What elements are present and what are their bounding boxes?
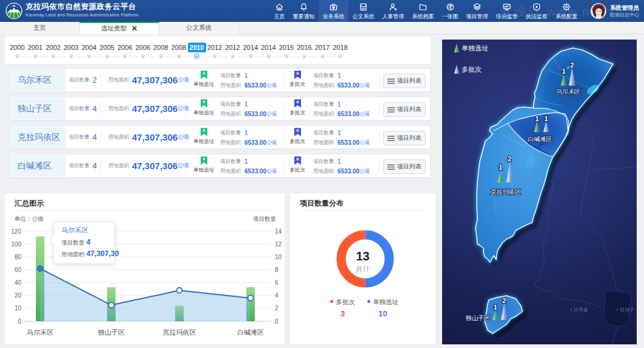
- multi-batch-stats: 项目数量1 用地面积6533.00公顷: [313, 157, 370, 176]
- divider: [379, 73, 379, 87]
- nav-item-globe[interactable]: 一张图: [438, 0, 462, 22]
- right-axis-tick: 8: [275, 266, 279, 273]
- green-ribbon-icon: [190, 128, 217, 136]
- blue-ribbon-icon: [284, 128, 311, 136]
- timeline-year[interactable]: 2018: [328, 44, 353, 51]
- nav-item-gear[interactable]: 系统配置: [552, 0, 581, 22]
- line-point-0[interactable]: [38, 266, 43, 271]
- line-point-3[interactable]: [248, 295, 254, 301]
- project-count-value: 4: [92, 133, 97, 142]
- legend-blue-cone-icon[interactable]: [454, 65, 459, 74]
- timeline-dot[interactable]: [230, 54, 235, 58]
- tab-home[interactable]: 主页: [0, 22, 80, 34]
- land-area-label: 用地面积: [313, 111, 336, 118]
- district-name: 白碱滩区: [11, 155, 66, 176]
- multi-batch-stats: 项目数量1 用地面积6533.00公顷: [313, 71, 370, 91]
- nav-item-document[interactable]: 公文系统: [348, 0, 378, 22]
- nav-item-briefcase[interactable]: 业务系统: [319, 0, 348, 22]
- donut-center: 13 共计: [290, 249, 435, 274]
- legend-multi-batch: 多批次 3: [323, 298, 363, 318]
- timeline-dot[interactable]: [123, 54, 127, 58]
- timeline-dash: [309, 57, 318, 57]
- tab-document-system[interactable]: 公文系统: [159, 22, 239, 34]
- single-site-stats: 项目数量1 用地面积6533.00公顷: [220, 71, 277, 91]
- timeline-dot[interactable]: [177, 54, 181, 58]
- nav-item-bell[interactable]: 重要通知: [289, 0, 319, 22]
- area-unit: 公顷: [178, 105, 189, 113]
- nav-item-monitor[interactable]: 综合监管: [492, 0, 522, 22]
- line-point-2[interactable]: [177, 288, 182, 293]
- stat-line: 项目数量1: [313, 100, 370, 110]
- project-list-button[interactable]: 项目列表: [383, 131, 426, 145]
- district-row: 独山子区 项目数量4 用地面积47,307,306公顷 单独选址 项目数量1 用…: [10, 97, 431, 120]
- single-site-tag: 单独选址: [190, 156, 217, 174]
- close-icon[interactable]: ✕: [131, 25, 137, 32]
- map-legend: 单独选址 多批次: [454, 44, 488, 74]
- shield-icon: [532, 2, 541, 12]
- avatar[interactable]: [590, 3, 606, 19]
- land-area-label: 用地面积: [220, 111, 243, 118]
- timeline-dot[interactable]: [285, 54, 289, 58]
- timeline-dot[interactable]: [69, 54, 74, 58]
- multi-area: 6533.00: [338, 111, 359, 117]
- nav-item-layers[interactable]: 项目管理: [462, 0, 492, 22]
- project-count-pair: 项目数量4: [69, 155, 97, 177]
- timeline-dot[interactable]: [249, 54, 253, 58]
- project-list-button[interactable]: 项目列表: [383, 74, 426, 88]
- nav-item-folder[interactable]: 系统档案: [408, 0, 438, 22]
- timeline-dot[interactable]: [159, 54, 163, 58]
- timeline-dot[interactable]: [33, 54, 38, 58]
- timeline-dot[interactable]: [338, 54, 342, 58]
- land-area-label: 用地面积: [220, 82, 243, 89]
- tooltip-count-row: 项目数量4: [61, 238, 114, 247]
- nav-item-shield[interactable]: 执法监察: [522, 0, 552, 22]
- blue-dot-icon: [367, 300, 370, 303]
- timeline-dash: [94, 57, 103, 57]
- timeline-dash: [237, 57, 246, 57]
- left-axis-tick: 40: [15, 279, 22, 286]
- map-label-dushanzi: 独山子区: [465, 315, 490, 321]
- right-axis-tick: 0: [275, 318, 279, 325]
- timeline-dot[interactable]: [15, 54, 19, 58]
- multi-batch-stats: 项目数量1 用地面积6533.00公顷: [313, 128, 370, 148]
- single-area: 6533.00: [244, 111, 266, 117]
- timeline-dot[interactable]: [320, 54, 325, 58]
- legend-label: 单独选址: [373, 298, 398, 305]
- person-icon: [389, 2, 398, 12]
- divider: [300, 211, 426, 211]
- project-count-label: 项目数量: [220, 158, 243, 165]
- stat-line: 用地面积6533.00公顷: [220, 138, 277, 148]
- legend-green-cone-icon[interactable]: [454, 44, 459, 52]
- project-list-button[interactable]: 项目列表: [383, 159, 426, 174]
- nav-item-home[interactable]: 主页: [270, 0, 289, 22]
- timeline-dot[interactable]: [87, 54, 91, 58]
- nav-item-person[interactable]: 人事管理: [378, 0, 408, 22]
- map-label-baijiantan: 白碱滩区: [528, 136, 552, 142]
- timeline-dot[interactable]: [266, 54, 271, 58]
- timeline-dot[interactable]: [51, 54, 55, 58]
- timeline-dot[interactable]: [105, 54, 109, 58]
- line-point-1[interactable]: [109, 302, 114, 308]
- timeline-dash: [219, 57, 228, 57]
- main-nav: 主页 重要通知 业务系统 公文系统 人事管理 系统档案 一张图 项目管理 综合监…: [270, 0, 581, 22]
- project-list-button[interactable]: 项目列表: [383, 102, 426, 117]
- divider: [185, 130, 185, 144]
- layers-icon: [473, 2, 482, 12]
- timeline-dot[interactable]: [213, 54, 217, 58]
- tab-label: 公文系统: [186, 24, 212, 32]
- timeline-dot[interactable]: [141, 54, 145, 58]
- tab-label: 主页: [33, 24, 46, 32]
- area-unit: 公顷: [266, 82, 277, 89]
- timeline-dot[interactable]: [194, 54, 199, 59]
- briefcase-icon: [329, 2, 338, 12]
- project-count-label: 项目数量: [220, 101, 243, 108]
- distribution-panel: 项目数量分布 13 共计 多批次 3 单独选址 10: [290, 193, 435, 344]
- multi-batch-label: 多批次: [284, 138, 311, 145]
- stat-line: 项目数量1: [220, 100, 277, 110]
- divider: [100, 159, 101, 173]
- single-site-stats: 项目数量1 用地面积6533.00公顷: [220, 157, 277, 176]
- tab-site-selection-type[interactable]: 选址类型✕: [80, 22, 159, 34]
- user-block[interactable]: 系统管理员 勘测信息中心: [590, 0, 639, 22]
- timeline-dot[interactable]: [302, 54, 306, 58]
- stat-line: 用地面积6533.00公顷: [220, 110, 277, 119]
